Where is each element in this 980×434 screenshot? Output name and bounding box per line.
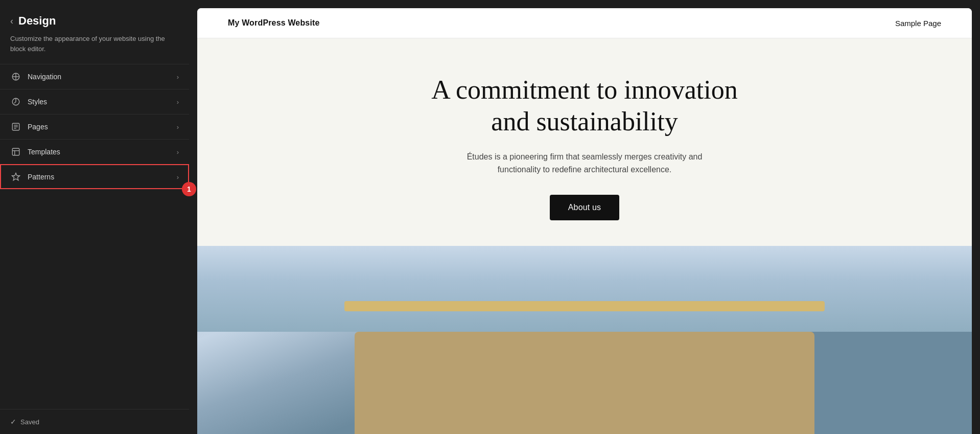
roof-body (355, 332, 814, 434)
sidebar: ‹ Design Customize the appearance of you… (0, 0, 189, 434)
sidebar-header: ‹ Design (0, 0, 189, 34)
sidebar-item-styles[interactable]: Styles › (0, 89, 189, 114)
sidebar-item-templates[interactable]: Templates › (0, 139, 189, 164)
styles-label: Styles (28, 98, 177, 106)
sidebar-item-navigation[interactable]: Navigation › (0, 64, 189, 89)
styles-icon (10, 96, 21, 107)
sidebar-title: Design (18, 14, 56, 28)
saved-check-icon: ✓ (10, 418, 16, 426)
sample-page-link[interactable]: Sample Page (895, 19, 941, 28)
sidebar-description: Customize the appearance of your website… (0, 34, 189, 64)
pages-chevron: › (177, 123, 179, 131)
templates-icon (10, 146, 21, 157)
sidebar-footer: ✓ Saved (0, 409, 189, 434)
patterns-chevron: › (177, 173, 179, 181)
roof-top-edge (344, 301, 825, 311)
sidebar-menu: Navigation › Styles › Pages › Templates … (0, 64, 189, 409)
preview-area: My WordPress Website Sample Page A commi… (197, 8, 972, 434)
svg-rect-8 (12, 148, 19, 155)
pages-icon (10, 121, 21, 132)
site-title: My WordPress Website (228, 18, 320, 28)
hero-section: A commitment to innovation and sustainab… (197, 38, 972, 246)
site-header: My WordPress Website Sample Page (197, 8, 972, 38)
saved-label: Saved (20, 418, 39, 426)
hero-cta-button[interactable]: About us (550, 195, 619, 220)
back-button[interactable]: ‹ (10, 16, 13, 27)
building-roof (355, 301, 814, 434)
navigation-chevron: › (177, 73, 179, 81)
hero-subtext: Études is a pioneering firm that seamles… (452, 150, 717, 176)
templates-label: Templates (28, 148, 177, 156)
patterns-icon (10, 171, 21, 182)
navigation-icon (10, 71, 21, 82)
building-image-section (197, 246, 972, 434)
sidebar-item-pages[interactable]: Pages › (0, 114, 189, 139)
styles-chevron: › (177, 98, 179, 106)
navigation-label: Navigation (28, 73, 177, 81)
building-image (197, 246, 972, 434)
svg-marker-11 (12, 173, 20, 180)
pages-label: Pages (28, 123, 177, 131)
patterns-badge: 1 (182, 182, 196, 196)
sidebar-item-patterns[interactable]: Patterns › 1 (0, 164, 189, 189)
templates-chevron: › (177, 148, 179, 156)
hero-headline: A commitment to innovation and sustainab… (411, 74, 758, 138)
patterns-label: Patterns (28, 173, 177, 181)
